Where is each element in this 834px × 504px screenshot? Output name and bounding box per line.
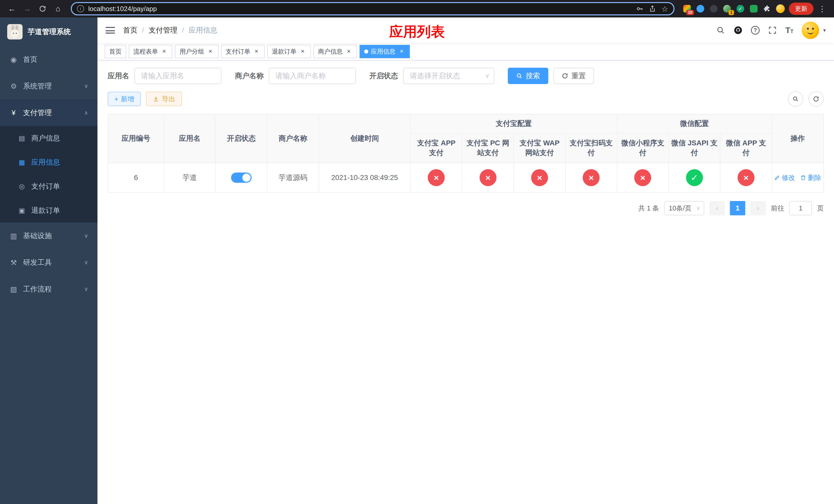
browser-toolbar: ← → ⌂ i localhost:1024/pay/app ☆ 10 1 xyxy=(0,0,834,18)
page-size-select[interactable]: 10条/页 ∨ xyxy=(664,201,704,215)
chevron-down-icon: ∨ xyxy=(84,259,88,266)
tab-pay-order[interactable]: 支付订单 × xyxy=(221,45,265,58)
cell-app-name: 芋道 xyxy=(164,163,215,192)
col-actions: 操作 xyxy=(772,114,824,163)
sidebar-item-merchant-info[interactable]: ▤ 商户信息 xyxy=(0,126,97,150)
delete-link[interactable]: 删除 xyxy=(800,173,821,182)
chevron-down-icon: ∨ xyxy=(485,72,489,79)
extension-icon-check-green[interactable]: ✓ xyxy=(736,4,745,13)
col-alipay-wap: 支付宝 WAP 网站支付 xyxy=(514,133,565,163)
breadcrumb-item-home[interactable]: 首页 xyxy=(123,25,137,35)
page-title: 应用列表 xyxy=(389,23,445,41)
tab-app-info[interactable]: 应用信息 × xyxy=(359,45,410,58)
col-wechat-app: 微信 APP 支付 xyxy=(720,133,772,163)
tab-user-group[interactable]: 用户分组 × xyxy=(175,45,219,58)
browser-menu-button[interactable]: ⋮ xyxy=(815,2,829,15)
app-name-input[interactable] xyxy=(134,68,222,84)
help-icon[interactable]: ? xyxy=(751,26,760,35)
page-button-1[interactable]: 1 xyxy=(730,201,745,215)
extension-icon-dark[interactable] xyxy=(709,4,718,13)
tab-label: 支付订单 xyxy=(226,47,250,55)
sidebar-item-system[interactable]: ⚙ 系统管理 ∨ xyxy=(0,73,97,99)
toggle-search-button[interactable] xyxy=(788,91,803,107)
github-icon[interactable] xyxy=(733,26,743,35)
close-icon[interactable]: × xyxy=(299,48,306,55)
edit-link[interactable]: 修改 xyxy=(774,173,795,182)
sidebar-toggle-icon[interactable] xyxy=(106,27,115,33)
refresh-table-button[interactable] xyxy=(808,91,824,107)
merchant-name-label: 商户名称 xyxy=(235,71,264,81)
close-icon[interactable]: × xyxy=(160,48,168,55)
sidebar-item-label: 工作流程 xyxy=(23,284,52,294)
sidebar-item-label: 系统管理 xyxy=(23,81,52,91)
update-button[interactable]: 更新 xyxy=(789,3,813,15)
search-icon[interactable] xyxy=(716,26,725,35)
close-icon[interactable]: × xyxy=(253,48,260,55)
server-icon: ▥ xyxy=(9,232,18,240)
cross-icon: × xyxy=(480,169,497,186)
info-icon[interactable]: i xyxy=(77,5,84,12)
tab-process-form[interactable]: 流程表单 × xyxy=(129,45,172,58)
breadcrumb-item-current: 应用信息 xyxy=(189,25,218,35)
cell-created: 2021-10-23 08:49:25 xyxy=(319,163,411,192)
col-wechat-mini: 微信小程序支付 xyxy=(617,133,668,163)
prev-page-button[interactable]: ‹ xyxy=(709,201,725,215)
tab-home[interactable]: 首页 xyxy=(105,45,126,58)
fullscreen-icon[interactable] xyxy=(768,26,777,35)
trash-icon xyxy=(800,175,806,181)
star-icon[interactable]: ☆ xyxy=(661,4,668,13)
url-bar[interactable]: i localhost:1024/pay/app ☆ xyxy=(71,2,675,15)
cross-icon: × xyxy=(531,169,548,186)
browser-back-button[interactable]: ← xyxy=(5,2,19,15)
browser-avatar[interactable] xyxy=(776,4,785,13)
grid-icon: ▦ xyxy=(18,158,26,166)
cell-app-id: 6 xyxy=(108,163,164,192)
search-button[interactable]: 搜索 xyxy=(508,68,548,84)
font-size-icon[interactable]: TT xyxy=(785,26,793,35)
tab-merchant-info[interactable]: 商户信息 × xyxy=(313,45,357,58)
sidebar-item-app-info[interactable]: ▦ 应用信息 xyxy=(0,150,97,174)
extension-icon-green-square[interactable] xyxy=(749,4,758,13)
tab-refund-order[interactable]: 退款订单 × xyxy=(267,45,311,58)
check-icon: ✓ xyxy=(686,169,703,186)
sidebar-item-payment[interactable]: ¥ 支付管理 ∧ xyxy=(0,99,97,126)
close-icon[interactable]: × xyxy=(345,48,352,55)
browser-home-button[interactable]: ⌂ xyxy=(51,2,65,15)
close-icon[interactable]: × xyxy=(207,48,214,55)
breadcrumb-item-payment[interactable]: 支付管理 xyxy=(149,25,177,35)
app-title: 芋道管理系统 xyxy=(28,27,71,37)
extensions-puzzle-icon[interactable] xyxy=(763,4,771,13)
sidebar-item-label: 支付订单 xyxy=(31,182,60,191)
add-button[interactable]: + 新增 xyxy=(108,92,141,106)
export-button[interactable]: 导出 xyxy=(146,92,182,106)
sidebar-item-pay-order[interactable]: ◎ 支付订单 xyxy=(0,174,97,199)
next-page-button[interactable]: › xyxy=(750,201,766,215)
cell-merchant: 芋道源码 xyxy=(267,163,319,192)
status-select[interactable]: 请选择开启状态 ∨ xyxy=(403,68,495,84)
sidebar-item-refund-order[interactable]: ▣ 退款订单 xyxy=(0,199,97,223)
sidebar-item-label: 应用信息 xyxy=(31,157,60,167)
status-toggle[interactable] xyxy=(231,173,251,183)
goto-label: 前往 xyxy=(771,204,784,213)
close-icon[interactable]: × xyxy=(398,48,405,55)
sidebar-item-workflow[interactable]: ▧ 工作流程 ∨ xyxy=(0,276,97,302)
merchant-name-input[interactable] xyxy=(269,68,356,84)
key-icon[interactable] xyxy=(636,5,643,13)
sidebar-item-devtools[interactable]: ⚒ 研发工具 ∨ xyxy=(0,249,97,276)
extension-icon-avatar-green[interactable]: 1 xyxy=(723,4,731,13)
tab-label: 用户分组 xyxy=(179,47,204,55)
extension-icon-grid[interactable]: 10 xyxy=(683,4,692,13)
sidebar-item-infrastructure[interactable]: ▥ 基础设施 ∨ xyxy=(0,223,97,249)
browser-forward-button[interactable]: → xyxy=(21,2,34,15)
reset-button[interactable]: 重置 xyxy=(553,68,594,84)
url-text[interactable]: localhost:1024/pay/app xyxy=(88,5,632,13)
tab-label: 退款订单 xyxy=(272,47,297,55)
caret-down-icon[interactable]: ▾ xyxy=(823,27,826,33)
share-icon[interactable] xyxy=(649,5,656,13)
extension-icon-blue[interactable] xyxy=(696,4,705,13)
sidebar-item-home[interactable]: ◉ 首页 xyxy=(0,46,97,73)
goto-input[interactable] xyxy=(789,201,812,215)
browser-refresh-button[interactable] xyxy=(36,2,49,15)
avatar[interactable] xyxy=(802,22,819,39)
cell-status xyxy=(215,163,267,192)
